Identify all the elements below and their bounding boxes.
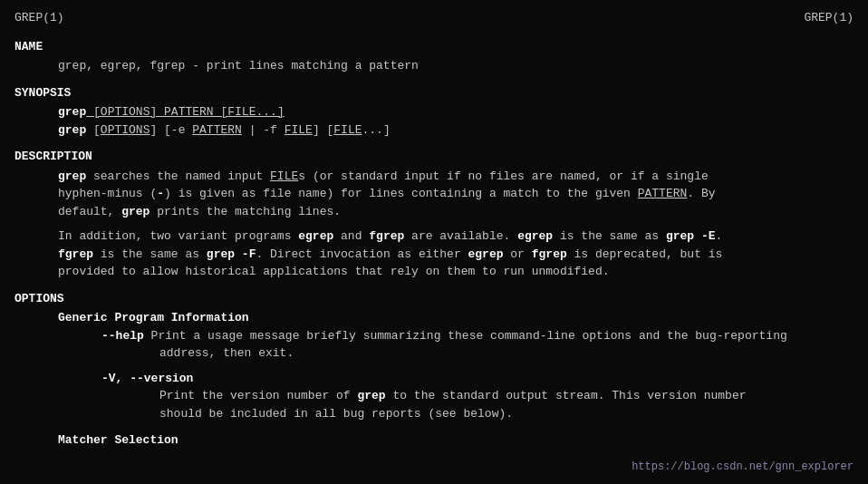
options-help: --help Print a usage message briefly sum… — [58, 327, 854, 363]
synopsis-line1: grep [OPTIONS] PATTERN [FILE...] — [14, 103, 854, 121]
desc-grep-bold2: grep — [121, 205, 149, 218]
version-text: Print the version number of grep to the … — [101, 387, 854, 422]
synopsis-line1-rest: [OPTIONS] PATTERN [FILE...] — [86, 105, 284, 119]
description-title: DESCRIPTION — [14, 148, 854, 166]
section-options: OPTIONS Generic Program Information --he… — [14, 290, 854, 423]
desc-egrep3: egrep — [468, 247, 504, 261]
synopsis-grep1: grep — [58, 105, 86, 119]
options-title: OPTIONS — [14, 290, 854, 308]
section-description: DESCRIPTION grep searches the named inpu… — [14, 148, 854, 281]
section-synopsis: SYNOPSIS grep [OPTIONS] PATTERN [FILE...… — [14, 84, 854, 140]
section-name: NAME grep, egrep, fgrep - print lines ma… — [14, 38, 854, 75]
help-text-cont: address, then exit. — [101, 346, 294, 360]
desc-fgrep2: fgrep — [58, 247, 93, 261]
synopsis-title: SYNOPSIS — [14, 84, 854, 102]
description-para2: In addition, two variant programs egrep … — [14, 227, 854, 281]
synopsis-grep2: grep — [58, 123, 86, 137]
version-grep: grep — [357, 389, 385, 402]
desc-grep-e: grep -E — [666, 229, 716, 243]
desc-fgrep3: fgrep — [532, 247, 567, 261]
header: GREP(1) GREP(1) — [14, 9, 854, 27]
matcher-title: Matcher Selection — [14, 431, 854, 450]
version-flag: -V, --version — [101, 372, 193, 385]
help-flag: --help — [101, 329, 144, 343]
desc-egrep1: egrep — [298, 229, 333, 243]
desc-files-underline: FILE — [270, 169, 298, 183]
options-sub1: Generic Program Information --help Print… — [14, 309, 854, 422]
name-title: NAME — [14, 38, 854, 56]
header-left: GREP(1) — [14, 9, 64, 27]
footer: https://blog.csdn.net/gnn_explorer — [14, 459, 854, 475]
desc-grep-f: grep -F — [207, 247, 256, 261]
desc-hyphen: - — [157, 187, 164, 200]
desc-egrep2: egrep — [517, 229, 553, 243]
desc-fgrep1: fgrep — [369, 229, 404, 243]
footer-link: https://blog.csdn.net/gnn_explorer — [632, 459, 854, 475]
desc-pattern-underline: PATTERN — [638, 187, 688, 200]
synopsis-line2-rest: [OPTIONS] [-e PATTERN | -f FILE] [FILE..… — [86, 123, 391, 137]
synopsis-line2: grep [OPTIONS] [-e PATTERN | -f FILE] [F… — [14, 121, 854, 140]
description-para1: grep searches the named input FILEs (or … — [14, 168, 854, 221]
name-content: grep, egrep, fgrep - print lines matchin… — [14, 57, 854, 75]
header-right: GREP(1) — [804, 9, 854, 27]
options-version: -V, --version Print the version number o… — [58, 370, 854, 423]
options-generic-title: Generic Program Information — [58, 309, 854, 327]
section-matcher: Matcher Selection — [14, 431, 854, 450]
desc-grep-bold: grep — [58, 169, 86, 183]
